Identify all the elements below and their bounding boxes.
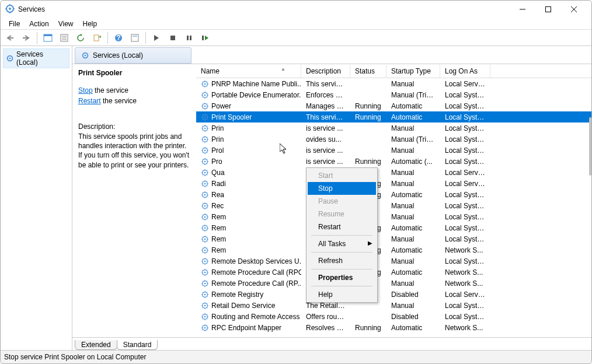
table-row[interactable]: Remote RegistryEnables rem...DisabledLoc… [196,289,591,300]
cell-status: Running [350,113,386,122]
restart-link[interactable]: Restart [78,97,101,105]
svg-line-238 [207,307,207,308]
restart-service-button[interactable] [199,32,213,44]
ctx-help[interactable]: Help [308,288,376,301]
svg-point-112 [204,172,206,173]
cell-startup: Manual [386,301,440,310]
svg-point-72 [204,127,206,129]
table-row[interactable]: RPC Endpoint MapperResolves RP...Running… [196,322,591,333]
table-row[interactable]: Routing and Remote AccessOffers routi...… [196,311,591,322]
svg-point-232 [204,304,206,306]
close-button[interactable] [561,1,587,18]
tree-pane: Services (Local) [1,46,72,350]
menu-view[interactable]: View [54,19,78,29]
sort-up-icon: ▲ [281,66,285,72]
maximize-button[interactable] [535,1,561,18]
col-logon-as[interactable]: Log On As [440,65,490,78]
about-button[interactable] [128,32,142,44]
menu-help[interactable]: Help [78,19,102,29]
tree-root-node[interactable]: Services (Local) [3,48,69,68]
tab-standard[interactable]: Standard [117,340,158,350]
table-row[interactable]: Portable Device Enumerator...Enforces gr… [196,89,591,100]
context-menu: Start Stop Pause Resume Restart All Task… [306,167,378,303]
cell-logon: Local Syste... [440,190,490,200]
svg-line-248 [207,318,207,319]
refresh-button[interactable] [74,32,88,44]
cell-desc: is service ... [301,157,350,166]
cell-startup: Automatic [386,323,440,332]
table-row[interactable]: Remote Procedure Call (RPC)The RPCSS ...… [196,267,591,278]
table-row[interactable]: Remote Desktop Services U...Allows the r… [196,256,591,267]
start-service-button[interactable] [149,32,163,44]
svg-line-47 [203,92,203,93]
cell-status [350,305,386,306]
table-row[interactable]: Prinis service ...ManualLocal Syste... [196,123,591,134]
svg-line-120 [207,170,207,170]
svg-point-52 [204,105,206,107]
ctx-restart[interactable]: Restart [308,220,376,233]
svg-line-118 [207,174,207,175]
col-startup-type[interactable]: Startup Type [386,65,440,78]
cell-startup: Manual [386,279,440,288]
cell-name: Prin [211,124,224,132]
col-description[interactable]: Description [301,65,350,78]
toolbar: ? [1,30,591,46]
table-row[interactable]: Retail Demo ServiceThe Retail D...Manual… [196,300,591,311]
ctx-stop[interactable]: Stop [308,182,376,195]
cell-startup: Automatic [386,268,440,277]
export-button[interactable] [90,32,104,44]
ctx-all-tasks[interactable]: All Tasks▶ [308,237,376,250]
table-row[interactable]: Radidio Mana...RunningManualLocal Servic… [196,178,591,189]
table-row[interactable]: Prinovides su...Manual (Trig...Local Sys… [196,134,591,145]
svg-line-68 [207,119,207,120]
minimize-button[interactable] [510,1,535,18]
col-status[interactable]: Status [350,65,386,78]
svg-line-39 [203,86,203,86]
table-row[interactable]: Quaality Win...ManualLocal Service [196,167,591,178]
table-row[interactable]: Remows user...RunningAutomaticNetwork S.… [196,244,591,256]
ctx-refresh[interactable]: Refresh [308,254,376,267]
svg-line-150 [207,203,207,204]
cell-status [350,139,386,140]
cell-startup: Manual [386,79,440,89]
pause-service-button[interactable] [182,32,196,44]
cell-startup: Automatic [386,246,440,255]
help-button[interactable]: ? [112,32,126,44]
back-button[interactable] [3,32,17,44]
svg-line-208 [207,274,207,275]
svg-line-90 [207,136,207,137]
properties-button[interactable] [57,32,71,44]
table-row[interactable]: Reaaltek Aud...RunningAutomaticLocal Sys… [196,189,591,200]
cell-logon: Local Syste... [440,301,490,310]
menu-action[interactable]: Action [25,19,53,29]
forward-button[interactable] [19,32,33,44]
col-name[interactable]: Name▲ [196,65,301,78]
table-row[interactable]: Recables aut...ManualLocal Syste... [196,200,591,211]
ctx-properties[interactable]: Properties [308,271,376,284]
table-row[interactable]: PowerManages p...RunningAutomaticLocal S… [196,100,591,111]
table-row[interactable]: Prois service ...RunningAutomatic (...Lo… [196,156,591,167]
stop-link[interactable]: Stop [78,86,93,94]
tab-extended[interactable]: Extended [75,340,117,350]
cell-name: Rec [211,202,224,210]
table-row[interactable]: Remanages di...RunningAutomaticLocal Sys… [196,222,591,233]
svg-line-257 [203,325,203,326]
table-row[interactable]: Prolis service ...ManualLocal Syste... [196,145,591,156]
cell-logon: Local Service [440,168,490,177]
cell-logon: Local Syste... [440,146,490,155]
table-row[interactable]: Remmote Des...ManualLocal Syste... [196,233,591,244]
cell-logon: Network S... [440,279,490,288]
table-row[interactable]: Remeates a co...ManualLocal Syste... [196,211,591,222]
scrollbar-thumb[interactable] [589,117,591,176]
gear-icon [201,268,209,276]
cell-startup: Automatic [386,102,440,111]
table-row[interactable]: Remote Procedure Call (RP...In Windows..… [196,278,591,289]
stop-service-button[interactable] [166,32,180,44]
table-row[interactable]: Print SpoolerThis service ...RunningAuto… [196,111,591,123]
menu-file[interactable]: File [4,19,25,29]
svg-point-1 [9,8,11,10]
show-hide-tree-button[interactable] [41,32,55,44]
table-row[interactable]: PNRP Machine Name Publi...This service .… [196,78,591,89]
cell-logon: Local Syste... [440,212,490,222]
svg-point-92 [204,149,206,151]
